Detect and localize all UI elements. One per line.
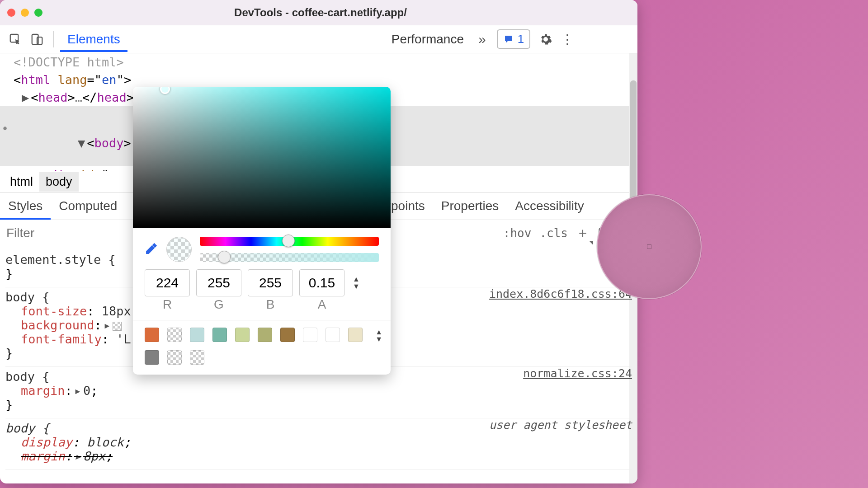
- rule-source-ua: user agent stylesheet: [489, 418, 632, 432]
- preset-swatch[interactable]: [235, 328, 250, 342]
- preset-swatch[interactable]: [145, 350, 159, 365]
- color-g-input[interactable]: [196, 269, 241, 296]
- current-color-swatch: [166, 237, 192, 262]
- alpha-slider[interactable]: [200, 253, 379, 262]
- subtab-accessibility[interactable]: Accessibility: [507, 192, 592, 220]
- subtab-styles[interactable]: Styles: [0, 192, 51, 220]
- color-picker-panel: ▲▼ R G B A ▲▼: [133, 87, 391, 375]
- label-r: R: [145, 297, 190, 312]
- rule-source-link[interactable]: normalize.css:24: [523, 367, 632, 380]
- subtab-computed[interactable]: Computed: [51, 192, 125, 220]
- preset-swatch[interactable]: [280, 328, 295, 342]
- more-tabs-chevron-icon[interactable]: »: [473, 32, 491, 47]
- preset-swatch[interactable]: [190, 328, 204, 342]
- label-a: A: [299, 297, 344, 312]
- hov-toggle[interactable]: :hov: [503, 226, 532, 240]
- color-mode-stepper[interactable]: ▲▼: [353, 276, 360, 290]
- zoom-window-button[interactable]: [34, 9, 42, 17]
- selected-marker-icon: •••: [0, 122, 9, 136]
- new-style-rule-icon[interactable]: ＋: [576, 224, 590, 242]
- preset-swatch[interactable]: [167, 350, 182, 365]
- preset-swatch[interactable]: [326, 328, 340, 342]
- main-panel: <!DOCTYPE html> <html lang="en"> ▶<head>…: [0, 53, 637, 483]
- window-title: DevTools - coffee-cart.netlify.app/: [42, 6, 599, 19]
- devtools-window: DevTools - coffee-cart.netlify.app/ Elem…: [0, 0, 637, 483]
- preset-swatch[interactable]: [348, 328, 363, 342]
- sat-handle[interactable]: [160, 87, 170, 94]
- label-b: B: [248, 297, 293, 312]
- dom-html-open[interactable]: <html lang="en">: [0, 71, 637, 89]
- close-window-button[interactable]: [7, 9, 15, 17]
- alpha-handle[interactable]: [218, 251, 231, 263]
- traffic-lights: [7, 9, 42, 17]
- preset-swatch[interactable]: [258, 328, 272, 342]
- color-swatch-icon[interactable]: [113, 322, 122, 331]
- breadcrumb-html[interactable]: html: [4, 172, 39, 192]
- preset-swatch[interactable]: [145, 328, 159, 342]
- preset-swatch[interactable]: [303, 328, 317, 342]
- color-r-input[interactable]: [145, 269, 190, 296]
- main-toolbar: Elements Performance » 1 ⋮: [0, 25, 637, 53]
- more-options-icon[interactable]: ⋮: [557, 29, 577, 49]
- dom-doctype: <!DOCTYPE html>: [14, 55, 124, 69]
- hue-slider[interactable]: [200, 237, 379, 246]
- preset-swatch[interactable]: [167, 328, 182, 342]
- breadcrumb-body[interactable]: body: [39, 172, 79, 192]
- issues-badge[interactable]: 1: [497, 29, 530, 49]
- label-g: G: [196, 297, 241, 312]
- subtab-properties[interactable]: Properties: [433, 192, 507, 220]
- color-a-input[interactable]: [299, 269, 344, 296]
- color-presets: ▲▼: [133, 320, 391, 375]
- eyedropper-magnifier[interactable]: [597, 194, 702, 299]
- window-titlebar: DevTools - coffee-cart.netlify.app/: [0, 0, 637, 25]
- cls-toggle[interactable]: .cls: [539, 226, 568, 240]
- eyedropper-icon[interactable]: [145, 242, 158, 257]
- presets-stepper[interactable]: ▲▼: [375, 328, 382, 343]
- rule-source-link[interactable]: index.8d6c6f18.css:64: [489, 287, 632, 300]
- device-toolbar-icon[interactable]: [27, 29, 47, 49]
- hue-handle[interactable]: [282, 235, 295, 247]
- tab-performance[interactable]: Performance: [384, 27, 471, 52]
- preset-swatch[interactable]: [190, 350, 204, 365]
- settings-gear-icon[interactable]: [536, 29, 556, 49]
- tab-elements[interactable]: Elements: [60, 27, 127, 52]
- preset-swatch[interactable]: [212, 328, 227, 342]
- issues-count: 1: [518, 32, 524, 46]
- rule-body-normalize[interactable]: normalize.css:24 body { margin:▸0; }: [5, 367, 632, 418]
- rule-body-ua[interactable]: user agent stylesheet body { display: bl…: [5, 418, 632, 470]
- minimize-window-button[interactable]: [21, 9, 29, 17]
- saturation-lightness-field[interactable]: [133, 87, 391, 228]
- inspect-element-icon[interactable]: [5, 29, 25, 49]
- color-b-input[interactable]: [248, 269, 293, 296]
